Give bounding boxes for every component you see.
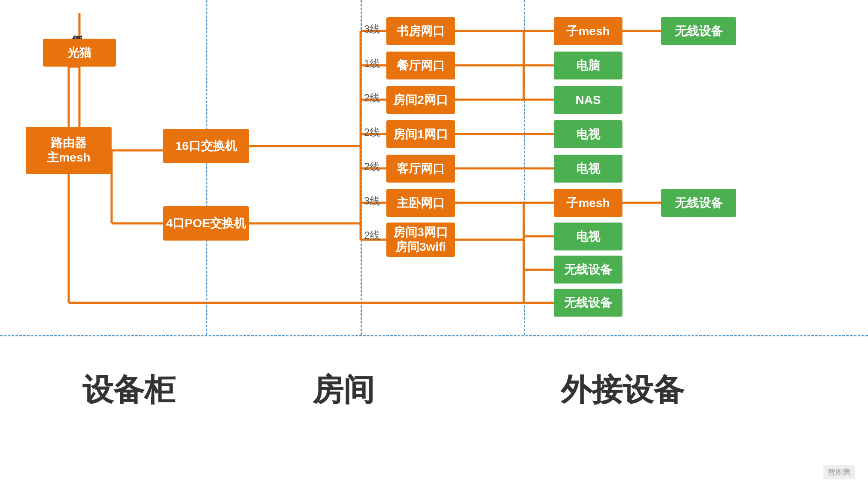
section-label-left: 设备柜: [43, 369, 215, 411]
box-port-zhuwuo: 主卧网口: [386, 189, 455, 217]
label-fangjian1: 2线: [364, 125, 380, 139]
label-fangjian3: 2线: [364, 229, 380, 242]
box-wireless1: 无线设备: [661, 17, 736, 45]
box-mesh-sub1: 子mesh: [554, 17, 622, 45]
divider-middle: [361, 0, 362, 335]
box-tv3: 电视: [554, 223, 622, 250]
box-switch16: 16口交换机: [163, 129, 249, 163]
box-router-mesh: 路由器 主mesh: [26, 127, 112, 174]
box-tv2: 电视: [554, 155, 622, 183]
box-wireless2: 无线设备: [661, 189, 736, 217]
watermark: 智图营: [823, 465, 855, 479]
box-port-fangjian1: 房间1网口: [386, 120, 455, 148]
box-wireless3: 无线设备: [554, 256, 622, 284]
divider-horizontal: [0, 335, 868, 336]
box-diannao: 电脑: [554, 52, 622, 79]
diagram-container: 入户光纤 光猫 路由器 主mesh 16口交换机 4口POE交换机 3线 1线 …: [0, 0, 868, 488]
box-port-fangjian3: 房间3网口 房间3wifi: [386, 223, 455, 257]
box-guangmao: 光猫: [43, 39, 116, 67]
box-nas: NAS: [554, 86, 622, 114]
box-port-shufang: 书房网口: [386, 17, 455, 45]
label-shufang: 3线: [364, 22, 380, 36]
box-switch-poe: 4口POE交换机: [163, 206, 249, 241]
label-fangjian2: 2线: [364, 91, 380, 105]
box-tv1: 电视: [554, 120, 622, 148]
box-port-canting: 餐厅网口: [386, 52, 455, 79]
label-zhuwuo: 3线: [364, 194, 380, 208]
box-mesh-sub2: 子mesh: [554, 189, 622, 217]
label-keting: 2线: [364, 160, 380, 174]
box-port-keting: 客厅网口: [386, 155, 455, 183]
divider-right: [524, 0, 525, 335]
fiber-label: 入户光纤: [67, 9, 88, 43]
divider-left: [206, 0, 207, 335]
section-label-right: 外接设备: [515, 369, 730, 411]
label-canting: 1线: [364, 57, 380, 70]
box-wireless4: 无线设备: [554, 289, 622, 317]
box-port-fangjian2: 房间2网口: [386, 86, 455, 114]
section-label-middle: 房间: [258, 369, 429, 411]
